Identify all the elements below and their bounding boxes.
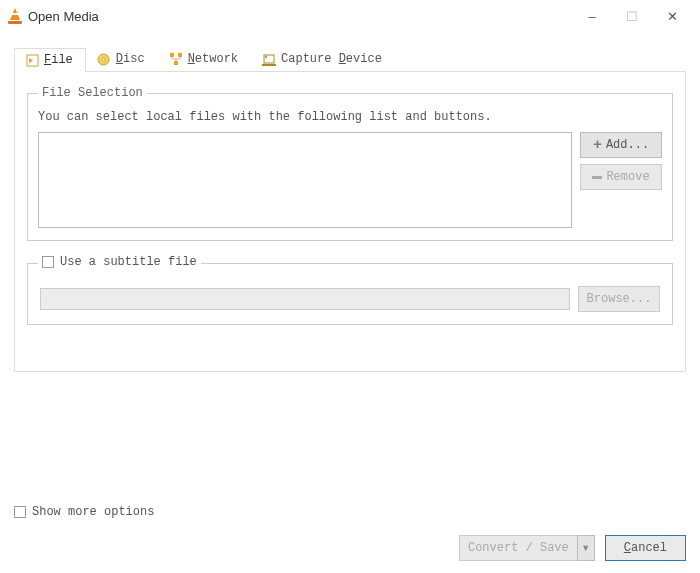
subtitle-checkbox[interactable]: Use a subtitle file	[42, 255, 197, 269]
vlc-cone-icon	[8, 8, 22, 24]
subtitle-path-input[interactable]	[40, 288, 570, 310]
svg-rect-6	[174, 61, 178, 65]
file-icon	[25, 53, 39, 67]
svg-point-3	[102, 58, 105, 61]
tab-capture[interactable]: Capture Device	[251, 47, 395, 71]
minus-icon	[592, 176, 602, 179]
convert-save-label: Convert / Save	[468, 541, 569, 555]
window-title: Open Media	[28, 9, 572, 24]
file-selection-group: File Selection You can select local file…	[27, 86, 673, 241]
subtitle-group: Use a subtitle file Browse...	[27, 255, 673, 325]
remove-button[interactable]: Remove	[580, 164, 662, 190]
browse-button[interactable]: Browse...	[578, 286, 660, 312]
tab-file[interactable]: File	[14, 48, 86, 72]
convert-save-splitbutton: Convert / Save ▼	[459, 535, 595, 561]
remove-button-label: Remove	[606, 170, 649, 184]
cancel-button[interactable]: Cancel	[605, 535, 686, 561]
tab-disc[interactable]: Disc	[86, 47, 158, 71]
cancel-label: Cancel	[624, 541, 667, 555]
show-more-checkbox[interactable]: Show more options	[14, 505, 154, 519]
maximize-button[interactable]: ☐	[612, 2, 652, 30]
chevron-down-icon: ▼	[581, 543, 590, 553]
subtitle-checkbox-label: Use a subtitle file	[60, 255, 197, 269]
file-selection-help: You can select local files with the foll…	[38, 110, 662, 124]
svg-rect-8	[262, 64, 276, 66]
tab-file-label: File	[44, 53, 73, 67]
show-more-label: Show more options	[32, 505, 154, 519]
tab-network[interactable]: Network	[158, 47, 251, 71]
svg-rect-4	[170, 53, 174, 57]
svg-point-9	[265, 56, 267, 58]
close-button[interactable]: ✕	[652, 2, 692, 30]
checkbox-box-icon	[14, 506, 26, 518]
add-button-label: Add...	[606, 138, 649, 152]
tabs: File Disc Network Capture Device	[14, 44, 686, 72]
capture-icon	[262, 52, 276, 66]
svg-rect-5	[178, 53, 182, 57]
checkbox-box-icon	[42, 256, 54, 268]
dialog-content: File Disc Network Capture Device File Se…	[0, 32, 700, 378]
plus-icon: +	[593, 138, 602, 153]
tab-panel-file: File Selection You can select local file…	[14, 72, 686, 372]
tab-disc-label: Disc	[116, 52, 145, 66]
disc-icon	[97, 52, 111, 66]
add-button[interactable]: + Add...	[580, 132, 662, 158]
browse-button-label: Browse...	[587, 292, 652, 306]
subtitle-legend: Use a subtitle file	[38, 255, 201, 272]
titlebar: Open Media – ☐ ✕	[0, 0, 700, 32]
tab-capture-label: Capture Device	[281, 52, 382, 66]
minimize-button[interactable]: –	[572, 2, 612, 30]
file-list[interactable]	[38, 132, 572, 228]
network-icon	[169, 52, 183, 66]
file-selection-legend: File Selection	[38, 86, 147, 100]
tab-network-label: Network	[188, 52, 238, 66]
convert-save-dropdown[interactable]: ▼	[577, 535, 595, 561]
dialog-footer: Show more options Convert / Save ▼ Cance…	[0, 495, 700, 573]
convert-save-button[interactable]: Convert / Save	[459, 535, 577, 561]
window-controls: – ☐ ✕	[572, 2, 692, 30]
